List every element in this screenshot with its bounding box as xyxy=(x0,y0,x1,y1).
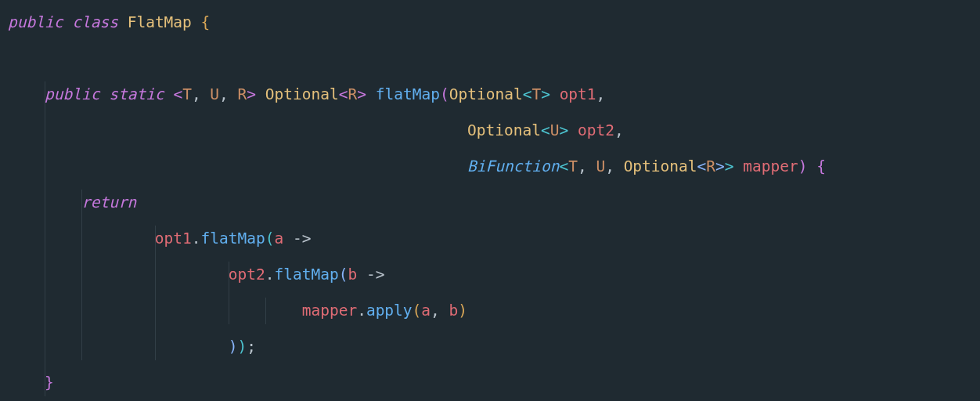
token-brk3: < xyxy=(559,157,568,175)
token-brk5: ) xyxy=(458,302,467,320)
token-var: a xyxy=(421,302,431,320)
token-brk2: { xyxy=(816,157,826,175)
code-line[interactable]: opt2.flatMap(b -> xyxy=(8,266,384,284)
token-gen: R xyxy=(706,157,715,175)
code-line[interactable]: } xyxy=(8,374,54,392)
token-pun: , xyxy=(614,121,624,139)
token-pun xyxy=(256,85,265,103)
token-brk1: { xyxy=(201,13,211,31)
token-brk3: ) xyxy=(238,338,247,356)
code-line[interactable]: public static <T, U, R> Optional<R> flat… xyxy=(8,85,605,103)
token-gen: U xyxy=(210,85,219,103)
token-brk2: ( xyxy=(440,85,449,103)
token-var: b xyxy=(348,266,357,284)
token-pun: , xyxy=(219,85,237,103)
token-cls: Optional xyxy=(467,121,541,139)
code-line[interactable]: mapper.apply(a, b) xyxy=(8,302,467,320)
token-kw: public xyxy=(8,13,63,31)
token-pun: . xyxy=(192,229,201,247)
code-line[interactable]: return xyxy=(8,193,136,211)
token-pun xyxy=(808,157,817,175)
token-pun xyxy=(550,85,560,103)
token-fn: flatMap xyxy=(201,229,265,247)
token-cls: Optional xyxy=(449,85,523,103)
code-line[interactable]: Optional<U> opt2, xyxy=(8,121,624,139)
token-pun xyxy=(118,13,128,31)
token-var: opt2 xyxy=(229,266,265,284)
token-gen: U xyxy=(596,157,605,175)
token-kw: class xyxy=(72,13,118,31)
token-pun: , xyxy=(578,157,596,175)
token-fn: apply xyxy=(366,302,413,320)
token-kw: public xyxy=(45,85,99,103)
token-gen: T xyxy=(182,85,192,103)
token-pun xyxy=(164,85,174,103)
code-line[interactable]: public class FlatMap { xyxy=(8,13,210,31)
token-brk4: < xyxy=(697,157,707,175)
token-cls: Optional xyxy=(265,85,339,103)
token-brk3: > xyxy=(725,157,734,175)
token-brk2: > xyxy=(357,85,366,103)
token-pun: , xyxy=(605,157,623,175)
token-brk2: < xyxy=(339,85,348,103)
code-editor[interactable]: public class FlatMap { public static <T,… xyxy=(0,0,980,401)
token-cls: Optional xyxy=(624,157,697,175)
token-brk2: > xyxy=(247,85,256,103)
token-pun xyxy=(283,229,293,247)
code-line[interactable]: opt1.flatMap(a -> xyxy=(8,229,311,247)
token-var: opt2 xyxy=(578,121,614,139)
token-arrow: -> xyxy=(293,229,311,247)
token-gen: T xyxy=(531,85,541,103)
token-pun: , xyxy=(596,85,606,103)
token-pun: . xyxy=(265,266,275,284)
token-var: opt1 xyxy=(155,229,192,247)
token-var: mapper xyxy=(743,157,798,175)
token-pun xyxy=(734,157,744,175)
code-line[interactable]: )); xyxy=(8,338,256,356)
token-var: a xyxy=(275,229,284,247)
token-fn: flatMap xyxy=(376,85,440,103)
token-pun xyxy=(63,13,72,31)
token-brk4: ) xyxy=(229,338,238,356)
token-pun: , xyxy=(192,85,210,103)
token-brk4: > xyxy=(715,157,725,175)
token-brk2: ) xyxy=(798,157,808,175)
token-pun xyxy=(192,13,201,31)
token-brk4: ( xyxy=(339,266,348,284)
token-pun xyxy=(99,85,109,103)
token-brk5: ( xyxy=(413,302,422,320)
token-brk2: } xyxy=(45,374,54,392)
token-brk3: ( xyxy=(265,229,275,247)
token-gen: U xyxy=(550,121,560,139)
token-typ: BiFunction xyxy=(467,157,559,175)
token-brk3: < xyxy=(523,85,532,103)
token-kw: static xyxy=(109,85,164,103)
token-pun xyxy=(568,121,578,139)
token-pun xyxy=(357,266,366,284)
token-pun: . xyxy=(357,302,366,320)
token-gen: R xyxy=(238,85,247,103)
token-brk3: > xyxy=(559,121,568,139)
token-var: mapper xyxy=(302,302,357,320)
token-var: opt1 xyxy=(560,85,596,103)
token-cls: FlatMap xyxy=(128,13,192,31)
token-brk3: > xyxy=(541,85,550,103)
token-semi: ; xyxy=(247,338,256,356)
token-arrow: -> xyxy=(366,266,384,284)
token-var: b xyxy=(449,302,459,320)
token-brk3: < xyxy=(541,121,550,139)
code-line[interactable]: BiFunction<T, U, Optional<R>> mapper) { xyxy=(8,157,826,175)
token-brk2: < xyxy=(173,85,182,103)
token-gen: T xyxy=(568,157,578,175)
token-pun: , xyxy=(431,302,449,320)
token-kw: return xyxy=(81,193,136,211)
token-pun xyxy=(366,85,376,103)
token-gen: R xyxy=(348,85,358,103)
token-fn: flatMap xyxy=(274,266,338,284)
